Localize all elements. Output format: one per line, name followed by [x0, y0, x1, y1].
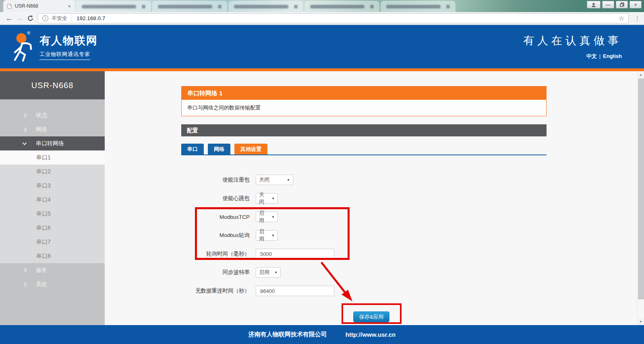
sidebar-item-serial3[interactable]: 串口3 — [0, 179, 105, 193]
background-tab[interactable] — [228, 1, 303, 12]
select-value: 启用 — [259, 210, 269, 224]
lang-english[interactable]: English — [603, 53, 622, 59]
panel-title: 串口转网络 1 — [182, 87, 546, 100]
brand-name: 有人物联网 — [39, 33, 98, 48]
background-tab[interactable] — [304, 1, 379, 12]
usr-logo: ® — [10, 32, 34, 62]
poll-interval-input[interactable] — [256, 249, 334, 259]
background-tab[interactable] — [152, 1, 227, 12]
restore-button[interactable] — [616, 1, 628, 8]
chevron-right-icon — [22, 113, 27, 117]
accent-strip — [0, 68, 644, 71]
address-bar[interactable]: i 不安全 192.168.0.7 ☆ — [38, 13, 629, 23]
field-label: 无数据重连时间（秒） — [181, 287, 256, 295]
sidebar-item-serial8[interactable]: 串口8 — [0, 249, 105, 263]
vertical-scrollbar[interactable]: ▲ ▼ — [637, 71, 644, 325]
sidebar-item-network[interactable]: 网络 — [0, 122, 105, 136]
info-icon[interactable]: i — [42, 15, 48, 21]
main-content: 串口转网络 1 串口与网络之间的数据传输配置 配置 串口 网络 其他设置 使能注… — [105, 71, 637, 325]
background-tab[interactable] — [76, 1, 151, 12]
header-right: 有人在认真做事 中文|English — [523, 33, 622, 60]
scroll-down-icon[interactable]: ▼ — [638, 318, 644, 325]
page-favicon-icon — [7, 4, 12, 9]
sidebar-item-label: 串口3 — [36, 182, 51, 190]
save-apply-button[interactable]: 保存&应用 — [353, 311, 389, 322]
active-tab[interactable]: USR-N668 × — [3, 0, 75, 12]
reload-button[interactable] — [25, 15, 35, 22]
blurred-tab-title — [158, 5, 212, 8]
settings-form: 使能注册包 关闭 ▼ 使能心跳包 关闭 ▼ — [181, 171, 547, 322]
tab-close-icon[interactable]: × — [68, 4, 71, 9]
tab-close-icon[interactable] — [294, 5, 298, 8]
tab-close-icon[interactable] — [142, 5, 145, 8]
save-row: 保存&应用 — [181, 311, 547, 322]
url-text[interactable]: 192.168.0.7 — [77, 15, 619, 21]
background-tab[interactable] — [381, 1, 456, 12]
sidebar-item-system[interactable]: 系统 — [0, 277, 105, 291]
sidebar-item-serial-to-network[interactable]: 串口转网络 — [0, 136, 105, 150]
config-tabs: 串口 网络 其他设置 — [181, 144, 547, 155]
site-header: ® 有人物联网 工业物联网通讯专家 有人在认真做事 中文|English — [0, 25, 644, 68]
scrollbar-thumb[interactable] — [638, 78, 644, 299]
sidebar-item-label: 串口7 — [36, 239, 51, 246]
sidebar-item-label: 串口8 — [36, 253, 51, 260]
profile-button[interactable] — [587, 1, 601, 8]
window-controls: — × — [587, 1, 642, 8]
sidebar-item-label: 状态 — [36, 112, 47, 119]
chevron-right-icon — [22, 127, 27, 132]
tab-close-icon[interactable] — [370, 5, 374, 8]
content-row: USR-N668 状态 网络 串口转网络 串口1 串口2 串口3 串口4 串口5… — [0, 71, 644, 325]
bookmark-star-icon[interactable]: ☆ — [619, 14, 624, 22]
field-label: ModbusTCP — [181, 214, 256, 220]
sync-baudrate-select[interactable]: 启用 ▼ — [256, 267, 281, 278]
brand-tagline: 工业物联网通讯专家 — [39, 51, 90, 60]
chevron-down-icon: ▼ — [287, 178, 290, 182]
select-value: 启用 — [259, 269, 269, 276]
tab-close-icon[interactable] — [218, 5, 222, 8]
brand-text: 有人物联网 工业物联网通讯专家 — [39, 33, 98, 60]
modbustcp-select[interactable]: 启用 ▼ — [256, 212, 278, 222]
browser-menu-icon[interactable]: ⋮ — [634, 15, 640, 22]
sidebar-item-serial1[interactable]: 串口1 — [0, 150, 105, 165]
footer-website-link[interactable]: http://www.usr.cn — [346, 331, 396, 338]
tab-close-icon[interactable] — [446, 5, 450, 8]
page: ® 有人物联网 工业物联网通讯专家 有人在认真做事 中文|English USR… — [0, 25, 644, 344]
scroll-up-icon[interactable]: ▲ — [638, 71, 644, 78]
sidebar-item-status[interactable]: 状态 — [0, 108, 105, 122]
chevron-down-icon: ▼ — [274, 271, 277, 274]
back-button[interactable]: ← — [4, 14, 14, 23]
sidebar: USR-N668 状态 网络 串口转网络 串口1 串口2 串口3 串口4 串口5… — [0, 71, 105, 325]
panel-description: 串口与网络之间的数据传输配置 — [182, 100, 546, 116]
security-label[interactable]: 不安全 — [52, 15, 67, 22]
sidebar-item-serial2[interactable]: 串口2 — [0, 165, 105, 179]
minimize-button[interactable]: — — [602, 1, 614, 8]
close-button[interactable]: × — [630, 1, 642, 8]
sidebar-item-label: 串口1 — [36, 154, 51, 161]
blurred-tab-title — [386, 5, 441, 8]
sidebar-item-serial6[interactable]: 串口6 — [0, 221, 105, 235]
sidebar-item-label: 串口5 — [36, 210, 51, 218]
form-row-sync-baud: 同步波特率 启用 ▼ — [181, 263, 547, 282]
language-switch: 中文|English — [523, 53, 622, 60]
modbus-poll-select[interactable]: 启用 ▼ — [256, 230, 278, 241]
field-label: 轮询时间（毫秒） — [181, 250, 256, 257]
slogan: 有人在认真做事 — [523, 33, 622, 48]
restore-icon — [620, 2, 624, 7]
tab-network[interactable]: 网络 — [208, 144, 230, 154]
sidebar-item-service[interactable]: 服务 — [0, 263, 105, 277]
tab-serial[interactable]: 串口 — [181, 144, 204, 154]
sidebar-item-serial7[interactable]: 串口7 — [0, 235, 105, 249]
enable-heartbeat-select[interactable]: 关闭 ▼ — [256, 193, 278, 204]
tab-other-settings[interactable]: 其他设置 — [234, 144, 267, 154]
select-value: 关闭 — [259, 176, 269, 183]
browser-toolbar: ← → i 不安全 192.168.0.7 ☆ ⋮ — [0, 12, 644, 25]
lang-chinese[interactable]: 中文 — [586, 53, 597, 59]
field-label: 使能注册包 — [181, 176, 256, 183]
sidebar-item-serial4[interactable]: 串口4 — [0, 193, 105, 207]
enable-register-select[interactable]: 关闭 ▼ — [256, 175, 293, 185]
sidebar-item-label: 串口4 — [36, 196, 51, 204]
chevron-right-icon — [22, 282, 27, 286]
sidebar-item-serial5[interactable]: 串口5 — [0, 207, 105, 221]
no-data-reconnect-input[interactable] — [256, 286, 334, 296]
sidebar-item-label: 网络 — [36, 126, 47, 133]
